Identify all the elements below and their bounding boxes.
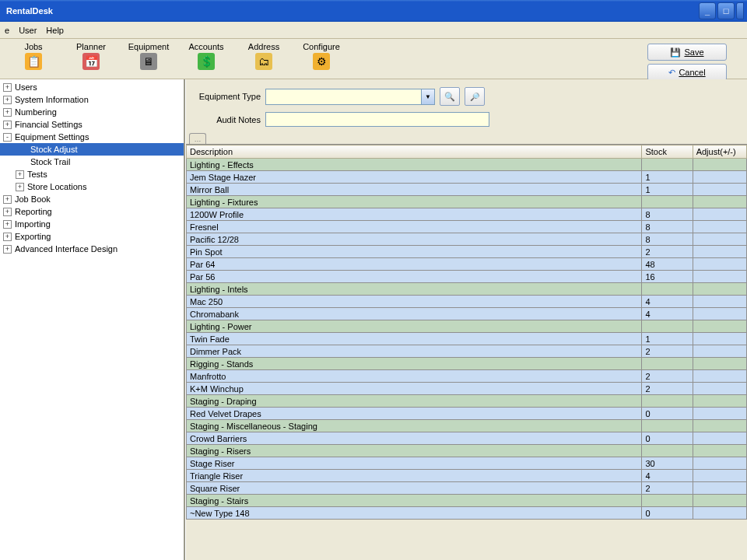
- tree-importing[interactable]: +Importing: [0, 218, 184, 230]
- cell-adjust[interactable]: [693, 283, 746, 296]
- search-button[interactable]: 🔍: [440, 87, 460, 106]
- toolbar-jobs[interactable]: Jobs📋: [5, 42, 62, 70]
- cell-stock[interactable]: [642, 159, 693, 171]
- cell-stock[interactable]: 0: [642, 432, 693, 445]
- expand-icon[interactable]: +: [3, 121, 12, 129]
- minimize-button[interactable]: _: [699, 2, 716, 19]
- cancel-button[interactable]: ↶Cancel: [647, 64, 727, 81]
- cell-desc[interactable]: Dimmer Pack: [187, 345, 642, 358]
- menu-item[interactable]: e: [5, 26, 9, 35]
- cell-desc[interactable]: Manfrotto: [187, 370, 642, 383]
- cell-stock[interactable]: [642, 283, 693, 296]
- cell-stock[interactable]: 30: [642, 457, 693, 470]
- cell-adjust[interactable]: [693, 258, 746, 271]
- cell-adjust[interactable]: [693, 358, 746, 370]
- cell-desc[interactable]: ~New Type 148: [187, 507, 642, 520]
- cell-adjust[interactable]: [693, 495, 746, 507]
- expand-icon[interactable]: +: [3, 208, 12, 216]
- cell-stock[interactable]: 4: [642, 308, 693, 320]
- cell-adjust[interactable]: [693, 420, 746, 432]
- table-row[interactable]: Par 6448: [187, 258, 747, 271]
- table-row[interactable]: Lighting - Intels: [187, 283, 747, 296]
- table-row[interactable]: Chromabank4: [187, 308, 747, 320]
- cell-stock[interactable]: 2: [642, 345, 693, 358]
- table-row[interactable]: Jem Stage Hazer1: [187, 171, 747, 184]
- cell-stock[interactable]: [642, 320, 693, 333]
- table-row[interactable]: Manfrotto2: [187, 370, 747, 383]
- cell-adjust[interactable]: [693, 507, 746, 520]
- tree-tests[interactable]: +Tests: [0, 168, 184, 180]
- cell-stock[interactable]: 8: [642, 221, 693, 233]
- cell-desc[interactable]: Lighting - Intels: [187, 283, 642, 296]
- tree-users[interactable]: +Users: [0, 81, 184, 93]
- cell-desc[interactable]: Twin Fade: [187, 333, 642, 345]
- cell-adjust[interactable]: [693, 395, 746, 408]
- tree-system-information[interactable]: +System Information: [0, 93, 184, 106]
- cell-desc[interactable]: Red Velvet Drapes: [187, 408, 642, 420]
- table-row[interactable]: Par 5616: [187, 271, 747, 283]
- table-row[interactable]: Triangle Riser4: [187, 470, 747, 482]
- cell-adjust[interactable]: [693, 221, 746, 233]
- cell-desc[interactable]: Staging - Miscellaneous - Staging: [187, 420, 642, 432]
- cell-stock[interactable]: 2: [642, 370, 693, 383]
- cell-stock[interactable]: 48: [642, 258, 693, 271]
- cell-stock[interactable]: 1: [642, 184, 693, 196]
- tab-collapsed[interactable]: …: [189, 133, 206, 144]
- tree-equipment-settings[interactable]: -Equipment Settings: [0, 131, 184, 143]
- tree-stock-trail[interactable]: Stock Trail: [0, 156, 184, 168]
- tree-reporting[interactable]: +Reporting: [0, 205, 184, 218]
- table-row[interactable]: Rigging - Stands: [187, 358, 747, 370]
- cell-adjust[interactable]: [693, 482, 746, 495]
- table-row[interactable]: Dimmer Pack2: [187, 345, 747, 358]
- cell-adjust[interactable]: [693, 445, 746, 457]
- cell-stock[interactable]: [642, 495, 693, 507]
- cell-stock[interactable]: [642, 358, 693, 370]
- expand-icon[interactable]: -: [3, 133, 12, 142]
- cell-adjust[interactable]: [693, 457, 746, 470]
- col-stock[interactable]: Stock: [642, 145, 693, 159]
- menu-item-user[interactable]: User: [19, 26, 37, 35]
- cell-adjust[interactable]: [693, 408, 746, 420]
- table-row[interactable]: Staging - Stairs: [187, 495, 747, 507]
- cell-adjust[interactable]: [693, 470, 746, 482]
- table-row[interactable]: Staging - Risers: [187, 445, 747, 457]
- cell-stock[interactable]: [642, 395, 693, 408]
- cell-desc[interactable]: Stage Riser: [187, 457, 642, 470]
- cell-desc[interactable]: Rigging - Stands: [187, 358, 642, 370]
- table-row[interactable]: Stage Riser30: [187, 457, 747, 470]
- cell-adjust[interactable]: [693, 246, 746, 258]
- cell-adjust[interactable]: [693, 171, 746, 184]
- search-clear-button[interactable]: 🔎: [465, 87, 485, 106]
- table-row[interactable]: 1200W Profile8: [187, 208, 747, 221]
- cell-adjust[interactable]: [693, 296, 746, 308]
- expand-icon[interactable]: +: [3, 220, 12, 229]
- cell-stock[interactable]: [642, 196, 693, 208]
- cell-stock[interactable]: 0: [642, 507, 693, 520]
- tree-advanced-interface-design[interactable]: +Advanced Interface Design: [0, 243, 184, 255]
- cell-desc[interactable]: Pacific 12/28: [187, 233, 642, 246]
- cell-adjust[interactable]: [693, 159, 746, 171]
- col-adjust[interactable]: Adjust(+/-): [693, 145, 746, 159]
- cell-adjust[interactable]: [693, 370, 746, 383]
- maximize-button[interactable]: □: [717, 2, 735, 19]
- cell-desc[interactable]: Jem Stage Hazer: [187, 171, 642, 184]
- cell-desc[interactable]: Pin Spot: [187, 246, 642, 258]
- cell-desc[interactable]: 1200W Profile: [187, 208, 642, 221]
- table-row[interactable]: K+M Winchup2: [187, 383, 747, 395]
- cell-stock[interactable]: 2: [642, 482, 693, 495]
- save-button[interactable]: 💾Save: [647, 44, 727, 61]
- cell-desc[interactable]: Staging - Stairs: [187, 495, 642, 507]
- cell-adjust[interactable]: [693, 345, 746, 358]
- table-row[interactable]: Red Velvet Drapes0: [187, 408, 747, 420]
- tree-numbering[interactable]: +Numbering: [0, 106, 184, 118]
- cell-desc[interactable]: Lighting - Effects: [187, 159, 642, 171]
- cell-desc[interactable]: K+M Winchup: [187, 383, 642, 395]
- col-description[interactable]: Description: [187, 145, 642, 159]
- cell-stock[interactable]: 1: [642, 171, 693, 184]
- cell-adjust[interactable]: [693, 308, 746, 320]
- cell-desc[interactable]: Fresnel: [187, 221, 642, 233]
- expand-icon[interactable]: +: [3, 83, 12, 92]
- table-row[interactable]: Mac 2504: [187, 296, 747, 308]
- cell-desc[interactable]: Par 56: [187, 271, 642, 283]
- expand-icon[interactable]: +: [16, 170, 24, 179]
